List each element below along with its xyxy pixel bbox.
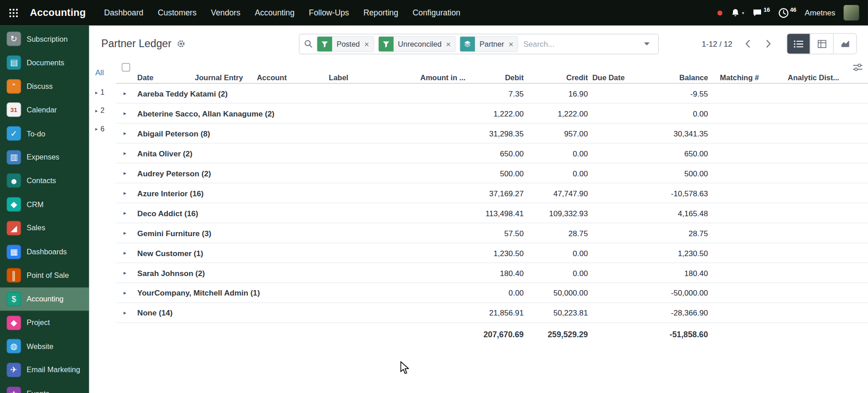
facet-remove-icon[interactable]: × <box>508 39 517 48</box>
column-header-matching[interactable]: Matching # <box>710 74 761 82</box>
optional-columns-icon[interactable] <box>853 63 863 71</box>
sidebar-item-label: Calendar <box>27 106 57 114</box>
sidebar-item-events[interactable]: ★Events <box>0 382 89 393</box>
table-totals-row: 207,670.69 259,529.29 -51,858.60 <box>116 323 868 346</box>
table-row-gemini-furniture-3[interactable]: ▸Gemini Furniture (3)57.5028.7528.75 <box>116 223 868 243</box>
user-menu[interactable]: Ametnes <box>805 8 835 17</box>
view-switch-pivot[interactable] <box>810 34 833 54</box>
table-row-anita-oliver-2[interactable]: ▸Anita Oliver (2)650.000.00650.00 <box>116 143 868 163</box>
table-row-azure-interior-16[interactable]: ▸Azure Interior (16)37,169.2747,747.90-1… <box>116 183 868 203</box>
expand-caret-icon[interactable]: ▸ <box>123 270 135 276</box>
menu-item-accounting[interactable]: Accounting <box>248 0 302 25</box>
balance-cell: 180.40 <box>642 268 710 277</box>
sidebar-item-sales[interactable]: ◢Sales <box>0 216 89 240</box>
app-title[interactable]: Accounting <box>30 7 86 19</box>
expand-caret-icon[interactable]: ▸ <box>123 210 135 216</box>
column-header-analytic-dist[interactable]: Analytic Dist... <box>761 74 841 82</box>
column-header-label[interactable]: Label <box>327 74 401 82</box>
sidebar-item-documents[interactable]: ▤Documents <box>0 51 89 74</box>
credit-cell: 957.00 <box>526 129 590 138</box>
notifications-bell-icon[interactable]: ▾ <box>731 8 744 18</box>
column-header-balance[interactable]: Balance <box>642 74 710 82</box>
sidebar-item-to-do[interactable]: ✓To-do <box>0 122 89 146</box>
expand-caret-icon[interactable]: ▸ <box>123 310 135 315</box>
table-row-abigail-peterson-8[interactable]: ▸Abigail Peterson (8)31,298.35957.0030,3… <box>116 123 868 143</box>
view-switch-graph[interactable] <box>833 34 856 54</box>
expand-caret-icon[interactable]: ▸ <box>123 290 135 296</box>
column-header-account[interactable]: Account <box>255 74 327 82</box>
search-facet-posted[interactable]: Posted× <box>317 36 374 52</box>
column-header-debit[interactable]: Debit <box>468 74 526 82</box>
sidebar-item-calendar[interactable]: 31Calendar <box>0 98 89 121</box>
search-input[interactable] <box>522 39 635 49</box>
sidebar-item-label: Documents <box>27 58 64 67</box>
group-tree-item-1[interactable]: ▸1 <box>95 83 116 101</box>
column-header-date[interactable]: Date <box>135 74 193 82</box>
total-debit: 207,670.69 <box>468 330 526 339</box>
expand-caret-icon[interactable]: ▸ <box>123 230 135 236</box>
table-row-aareba-teddy-katami-2[interactable]: ▸Aareba Teddy Katami (2)7.3516.90-9.55 <box>116 84 868 104</box>
sidebar-item-website[interactable]: ◍Website <box>0 335 89 358</box>
menu-item-reporting[interactable]: Reporting <box>356 0 405 25</box>
expand-all-link[interactable]: All <box>95 62 116 83</box>
column-header-journal-entry[interactable]: Journal Entry <box>193 74 255 82</box>
filter-icon <box>379 36 394 51</box>
pager-previous-button[interactable] <box>739 35 756 52</box>
action-gear-icon[interactable] <box>176 39 185 49</box>
menu-item-vendors[interactable]: Vendors <box>204 0 248 25</box>
bell-caret-icon: ▾ <box>742 10 744 15</box>
sidebar-item-dashboards[interactable]: ▦Dashboards <box>0 240 89 263</box>
table-row-abeterine-sacco-allan-kanagume-2[interactable]: ▸Abeterine Sacco, Allan Kanagume (2)1,22… <box>116 103 868 123</box>
app-icon-calendar: 31 <box>7 103 21 117</box>
column-header-credit[interactable]: Credit <box>526 74 590 82</box>
search-dropdown-caret-icon[interactable] <box>638 42 655 46</box>
search-facet-partner[interactable]: Partner× <box>460 36 519 52</box>
table-row-yourcompany-mitchell-admin-1[interactable]: ▸YourCompany, Mitchell Admin (1)0.0050,0… <box>116 283 868 303</box>
sidebar-item-subscription[interactable]: ↻Subscription <box>0 27 89 51</box>
group-tree-item-2[interactable]: ▸2 <box>95 102 116 120</box>
facet-remove-icon[interactable]: × <box>364 39 373 48</box>
apps-grid-icon[interactable] <box>0 8 27 18</box>
sidebar-item-accounting[interactable]: $Accounting <box>0 287 89 311</box>
sidebar-item-discuss[interactable]: “Discuss <box>0 74 89 98</box>
facet-remove-icon[interactable]: × <box>446 39 455 48</box>
sidebar-item-email-marketing[interactable]: ✈Email Marketing <box>0 358 89 382</box>
balance-cell: -28,366.90 <box>642 308 710 317</box>
messages-icon[interactable]: 16 <box>752 8 770 18</box>
table-row-audrey-peterson-2[interactable]: ▸Audrey Peterson (2)500.000.00500.00 <box>116 163 868 183</box>
menu-item-customers[interactable]: Customers <box>150 0 203 25</box>
sidebar-item-expenses[interactable]: ▥Expenses <box>0 146 89 169</box>
sidebar-item-contacts[interactable]: ☻Contacts <box>0 169 89 193</box>
menu-item-dashboard[interactable]: Dashboard <box>97 0 150 25</box>
expand-caret-icon[interactable]: ▸ <box>123 150 135 156</box>
sidebar-item-point-of-sale[interactable]: ║Point of Sale <box>0 263 89 287</box>
user-avatar[interactable] <box>844 5 859 20</box>
table-row-deco-addict-16[interactable]: ▸Deco Addict (16)113,498.41109,332.934,1… <box>116 203 868 223</box>
menu-item-configuration[interactable]: Configuration <box>405 0 468 25</box>
group-panel: All ▸1▸2▸6 <box>89 62 116 393</box>
search-facet-unreconciled[interactable]: Unreconciled× <box>378 36 456 52</box>
expand-caret-icon[interactable]: ▸ <box>123 90 135 96</box>
view-switch-list[interactable] <box>787 34 810 54</box>
expand-caret-icon[interactable]: ▸ <box>123 130 135 136</box>
group-name: Azure Interior (16) <box>135 189 468 198</box>
notification-dot <box>718 10 723 15</box>
expand-caret-icon[interactable]: ▸ <box>123 190 135 196</box>
credit-cell: 0.00 <box>526 169 590 178</box>
expand-caret-icon[interactable]: ▸ <box>123 250 135 256</box>
expand-caret-icon[interactable]: ▸ <box>123 110 135 116</box>
expand-caret-icon[interactable]: ▸ <box>123 170 135 176</box>
column-header-amount-in[interactable]: Amount in ... <box>401 74 468 82</box>
table-row-new-customer-1[interactable]: ▸New Customer (1)1,230.500.001,230.50 <box>116 243 868 263</box>
select-all-checkbox[interactable] <box>122 63 130 71</box>
pager-next-button[interactable] <box>760 35 777 52</box>
column-header-due-date[interactable]: Due Date <box>590 74 642 82</box>
group-tree-item-6[interactable]: ▸6 <box>95 120 116 138</box>
menu-item-follow-ups[interactable]: Follow-Ups <box>302 0 356 25</box>
credit-cell: 50,223.81 <box>526 308 590 317</box>
sidebar-item-crm[interactable]: ◆CRM <box>0 193 89 216</box>
activities-clock-icon[interactable]: 46 <box>778 7 796 18</box>
sidebar-item-project[interactable]: ◆Project <box>0 311 89 335</box>
table-row-sarah-johnson-2[interactable]: ▸Sarah Johnson (2)180.400.00180.40 <box>116 263 868 283</box>
table-row-none-14[interactable]: ▸None (14)21,856.9150,223.81-28,366.90 <box>116 303 868 323</box>
